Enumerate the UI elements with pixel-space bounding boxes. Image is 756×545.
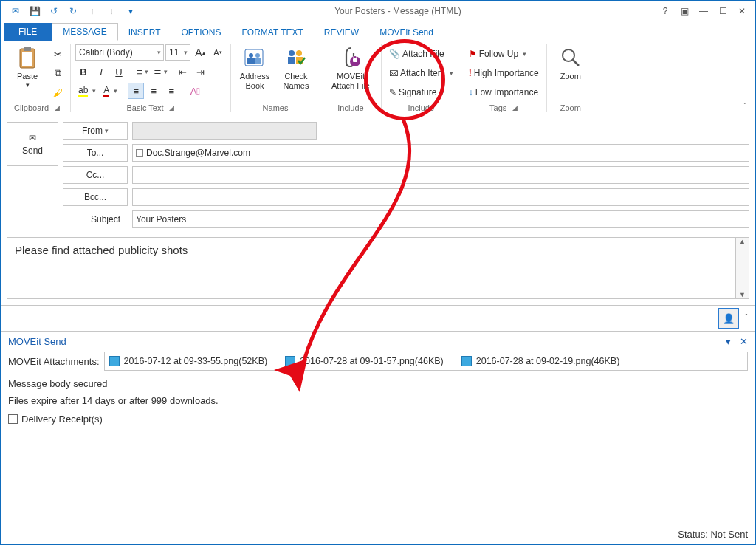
bold-button[interactable]: B	[75, 64, 92, 80]
collapse-ribbon-button[interactable]: ˆ	[738, 100, 752, 114]
delivery-receipt-label: Delivery Receipt(s)	[21, 414, 103, 425]
subject-label: Subject	[63, 210, 128, 228]
decrease-indent-button[interactable]: ⇤	[174, 64, 190, 80]
font-name-select[interactable]: Calibri (Body)	[75, 44, 164, 61]
high-importance-button[interactable]: !High Importance	[466, 65, 542, 81]
help-button[interactable]: ?	[656, 3, 674, 19]
align-center-button[interactable]: ≡	[145, 83, 162, 99]
cc-button[interactable]: Cc...	[63, 166, 128, 184]
qat-customize-button[interactable]: ▾	[122, 3, 140, 19]
align-right-button[interactable]: ≡	[163, 83, 179, 99]
delivery-receipt-checkbox[interactable]	[8, 414, 18, 424]
subject-field[interactable]: Your Posters	[132, 210, 749, 228]
svg-point-8	[289, 50, 295, 56]
cc-field[interactable]	[132, 166, 749, 184]
group-include: 📎Attach File 🖂Attach Item ✎Signature Inc…	[382, 43, 461, 114]
tab-review[interactable]: REVIEW	[314, 24, 369, 41]
contact-avatar[interactable]: 👤	[718, 308, 739, 329]
svg-point-14	[563, 49, 574, 61]
moveit-attach-file-button[interactable]: MOVEit Attach File	[325, 43, 377, 90]
format-painter-button[interactable]: 🖌	[49, 84, 66, 100]
signature-button[interactable]: ✎Signature	[386, 84, 447, 100]
from-button[interactable]: From	[63, 122, 128, 140]
shrink-font-button[interactable]: A▾	[210, 44, 226, 61]
people-pane-expand-button[interactable]: ˆ	[745, 313, 748, 323]
svg-rect-6	[247, 58, 255, 64]
minimize-button[interactable]: —	[695, 3, 712, 19]
moveit-attachment[interactable]: 2016-07-28 at 09-02-19.png(46KB)	[461, 356, 620, 366]
italic-button[interactable]: I	[93, 64, 109, 80]
bcc-field[interactable]	[132, 188, 749, 206]
tab-file[interactable]: FILE	[4, 23, 52, 41]
send-icon: ✉	[29, 133, 36, 143]
to-recipient[interactable]: Doc.Strange@Marvel.com	[136, 148, 250, 158]
image-file-icon	[461, 356, 472, 366]
bcc-button[interactable]: Bcc...	[63, 188, 128, 206]
bullets-button[interactable]: ≡	[134, 64, 151, 80]
svg-point-9	[296, 50, 302, 56]
ribbon-options-button[interactable]: ▣	[676, 3, 693, 19]
paste-button[interactable]: Paste ▾	[8, 43, 47, 89]
cut-button[interactable]: ✂	[49, 46, 66, 62]
tab-options[interactable]: OPTIONS	[171, 24, 232, 41]
tab-moveit-send[interactable]: MOVEit Send	[369, 24, 444, 41]
moveit-attachment[interactable]: 2016-07-12 at 09-33-55.png(52KB)	[109, 356, 268, 366]
attach-item-button[interactable]: 🖂Attach Item	[386, 65, 456, 81]
grow-font-button[interactable]: A▴	[192, 44, 208, 61]
signature-icon: ✎	[389, 87, 396, 97]
people-pane-bar: 👤 ˆ	[1, 305, 755, 332]
save-button[interactable]: 💾	[26, 3, 44, 19]
clipboard-dialog-launcher[interactable]: ◢	[55, 104, 60, 112]
send-button[interactable]: ✉ Send	[7, 122, 58, 166]
follow-up-button[interactable]: ⚑Follow Up	[466, 46, 529, 62]
clipboard-icon	[17, 46, 38, 69]
svg-rect-2	[22, 52, 32, 66]
moveit-panel-title: MOVEit Send	[8, 336, 66, 347]
attach-item-icon: 🖂	[389, 68, 398, 78]
message-body-text: Please find attached publicity shots	[7, 238, 749, 262]
group-zoom: Zoom Zoom	[547, 43, 594, 114]
moveit-attachment[interactable]: 2016-07-28 at 09-01-57.png(46KB)	[285, 356, 444, 366]
highlight-button[interactable]: ab	[75, 83, 99, 99]
underline-button[interactable]: U	[111, 64, 127, 80]
tags-dialog-launcher[interactable]: ◢	[512, 104, 518, 112]
tab-message[interactable]: MESSAGE	[52, 23, 117, 41]
redo-button[interactable]: ↻	[64, 3, 82, 19]
moveit-panel: MOVEit Send ▾ ✕ MOVEit Attachments: 2016…	[1, 332, 755, 429]
body-scrollbar[interactable]: ▲▼	[735, 238, 749, 298]
close-button[interactable]: ✕	[733, 3, 751, 19]
attach-file-button[interactable]: 📎Attach File	[386, 46, 447, 62]
numbering-button[interactable]: ≣	[152, 64, 168, 80]
flag-icon: ⚑	[469, 49, 477, 59]
clear-formatting-button[interactable]: A⃠	[187, 83, 203, 99]
maximize-button[interactable]: ☐	[714, 3, 732, 19]
address-book-button[interactable]: Address Book	[236, 43, 274, 90]
moveit-menu-button[interactable]: ▾	[726, 336, 731, 347]
copy-button[interactable]: ⧉	[49, 65, 66, 81]
moveit-attachments-box: 2016-07-12 at 09-33-55.png(52KB) 2016-07…	[104, 352, 748, 371]
align-left-button[interactable]: ≡	[128, 83, 144, 99]
increase-indent-button[interactable]: ⇥	[192, 64, 208, 80]
image-file-icon	[109, 356, 120, 366]
check-names-button[interactable]: Check Names	[277, 43, 315, 90]
zoom-button[interactable]: Zoom	[551, 43, 590, 81]
moveit-close-button[interactable]: ✕	[740, 336, 748, 347]
svg-line-15	[573, 60, 579, 66]
font-color-button[interactable]: A	[100, 83, 120, 99]
system-menu-icon[interactable]: ✉	[7, 3, 24, 19]
low-importance-button[interactable]: ↓Low Importance	[466, 84, 541, 100]
message-body[interactable]: Please find attached publicity shots ▲▼	[7, 237, 749, 299]
basic-text-dialog-launcher[interactable]: ◢	[169, 104, 174, 112]
from-field[interactable]	[132, 122, 317, 140]
svg-rect-7	[255, 58, 261, 64]
to-button[interactable]: To...	[63, 144, 128, 162]
svg-point-4	[249, 53, 253, 58]
undo-button[interactable]: ↺	[45, 3, 63, 19]
tab-insert[interactable]: INSERT	[118, 24, 171, 41]
font-size-select[interactable]: 11	[165, 44, 190, 61]
tab-format-text[interactable]: FORMAT TEXT	[232, 24, 314, 41]
title-bar: ✉ 💾 ↺ ↻ ↑ ↓ ▾ Your Posters - Message (HT…	[1, 1, 755, 21]
window-controls: ? ▣ — ☐ ✕	[656, 3, 755, 19]
address-book-icon	[244, 47, 266, 68]
to-field[interactable]: Doc.Strange@Marvel.com	[132, 144, 749, 162]
